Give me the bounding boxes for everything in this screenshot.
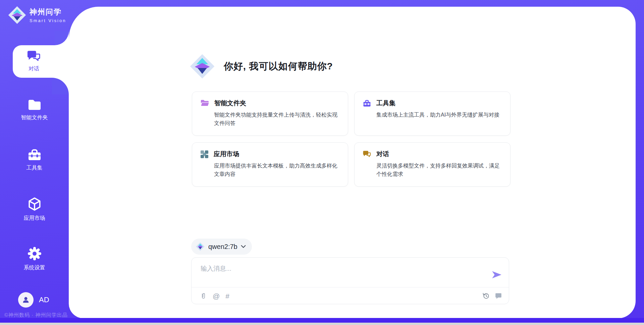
card-toolset[interactable]: 工具集 集成市场上主流工具，助力AI与外界无缝扩展与对接 [354, 91, 511, 136]
chat-bubbles-icon [363, 150, 371, 158]
cube-icon [28, 197, 42, 212]
toolbox-icon [27, 148, 42, 161]
main-content: 你好, 我可以如何帮助你? 智能文件夹 智能文件夹功能支持批量文件上传与清洗，轻… [69, 7, 636, 318]
user-profile[interactable]: AD [18, 292, 49, 308]
sidebar-item-app-market[interactable]: 应用市场 [0, 197, 69, 222]
chat-bubbles-icon [27, 50, 41, 63]
card-smart-folder[interactable]: 智能文件夹 智能文件夹功能支持批量文件上传与清洗，轻松实现文件问答 [192, 91, 348, 136]
card-title: 智能文件夹 [214, 99, 246, 108]
card-description: 应用市场提供丰富长文本模板，助力高效生成多样化文章内容 [214, 161, 340, 178]
feedback-button[interactable] [495, 292, 502, 300]
person-icon [21, 296, 30, 304]
assistant-diamond-icon [189, 53, 216, 80]
gear-icon [27, 246, 42, 261]
avatar [18, 292, 34, 308]
at-icon: @ [213, 292, 220, 300]
card-title: 工具集 [376, 99, 395, 108]
brand-subtitle: Smart Vision [30, 18, 66, 23]
folder-icon [27, 99, 42, 111]
history-button[interactable] [482, 292, 490, 300]
card-description: 灵活切换多模型文件，支持多样回复效果调试，满足个性化需求 [376, 161, 502, 178]
send-icon [491, 270, 502, 279]
sidebar-item-chat[interactable]: 对话 [13, 45, 69, 78]
mention-button[interactable]: @ [213, 292, 220, 300]
attach-file-button[interactable] [200, 292, 207, 300]
chevron-down-icon [241, 245, 246, 248]
folder-open-icon [200, 99, 209, 107]
sidebar-item-label: 系统设置 [24, 264, 45, 271]
sidebar-item-label: 对话 [29, 65, 39, 72]
paperclip-icon [200, 292, 207, 300]
comment-icon [495, 292, 502, 300]
send-button[interactable] [491, 270, 502, 279]
sidebar: 神州问学 Smart Vision 对话 智能文件夹 [0, 0, 69, 318]
model-diamond-icon [196, 242, 205, 251]
sidebar-item-toolset[interactable]: 工具集 [0, 148, 69, 172]
model-name: qwen2:7b [208, 243, 237, 251]
tab-curve-bottom [52, 78, 69, 94]
card-app-market[interactable]: 应用市场 应用市场提供丰富长文本模板，助力高效生成多样化文章内容 [192, 142, 348, 187]
message-composer: @ # [191, 257, 509, 304]
brand-diamond-icon [7, 5, 27, 25]
feature-cards: 智能文件夹 智能文件夹功能支持批量文件上传与清洗，轻松实现文件问答 工具集 集成… [192, 91, 511, 187]
sidebar-item-label: 智能文件夹 [21, 114, 48, 121]
user-name: AD [39, 296, 49, 304]
card-chat[interactable]: 对话 灵活切换多模型文件，支持多样回复效果调试，满足个性化需求 [354, 142, 511, 187]
card-description: 集成市场上主流工具，助力AI与外界无缝扩展与对接 [376, 111, 502, 119]
card-description: 智能文件夹功能支持批量文件上传与清洗，轻松实现文件问答 [214, 111, 340, 127]
sidebar-item-label: 工具集 [26, 165, 43, 172]
card-title: 应用市场 [214, 150, 239, 158]
model-selector[interactable]: qwen2:7b [191, 239, 252, 255]
tab-curve-top [55, 31, 69, 45]
sidebar-item-label: 应用市场 [24, 215, 45, 222]
brand-logo: 神州问学 Smart Vision [7, 5, 66, 25]
composer-toolbar: @ # [200, 287, 502, 304]
card-title: 对话 [376, 150, 389, 158]
sidebar-item-smart-folder[interactable]: 智能文件夹 [0, 99, 69, 121]
app-window: 神州问学 Smart Vision 对话 智能文件夹 [0, 0, 644, 325]
app-grid-icon [200, 150, 209, 158]
hash-icon: # [225, 292, 229, 300]
copyright-text: ©神州数码 · 神州问学出品 [4, 312, 67, 318]
message-input[interactable] [200, 264, 483, 282]
toolbox-icon [363, 99, 371, 108]
history-icon [482, 292, 490, 300]
brand-name: 神州问学 [30, 7, 66, 17]
topic-button[interactable]: # [225, 292, 229, 300]
bottom-accent-bar [0, 318, 644, 323]
greeting-block: 你好, 我可以如何帮助你? [189, 53, 333, 80]
sidebar-item-settings[interactable]: 系统设置 [0, 246, 69, 271]
bottom-edge-strip [0, 323, 644, 325]
greeting-title: 你好, 我可以如何帮助你? [224, 60, 333, 73]
